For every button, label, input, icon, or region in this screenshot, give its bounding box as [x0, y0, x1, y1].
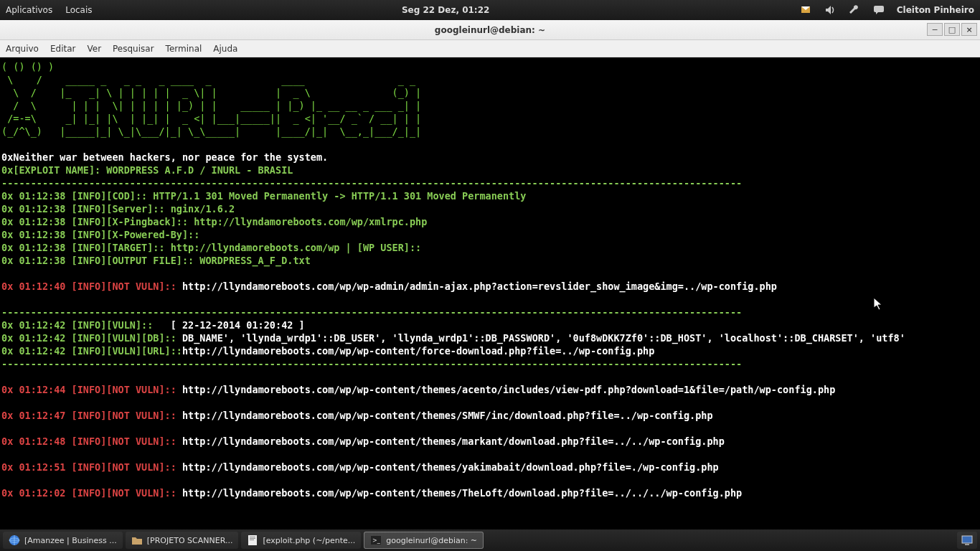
editor-icon — [247, 534, 258, 546]
menu-edit[interactable]: Editar — [50, 44, 76, 54]
task-browser[interactable]: [Amanzee | Business ... — [3, 532, 123, 549]
not-vuln-url: http://llyndamoreboots.com/wp/wp-content… — [182, 410, 713, 421]
menu-help[interactable]: Ajuda — [213, 44, 237, 54]
places-menu[interactable]: Locais — [65, 5, 92, 15]
folder-icon — [131, 534, 143, 546]
menu-file[interactable]: Arquivo — [6, 44, 39, 54]
task-terminal[interactable]: >_ googleinurl@debian: ~ — [364, 532, 484, 549]
svg-rect-8 — [250, 537, 255, 537]
close-button[interactable]: × — [961, 23, 977, 36]
menu-search[interactable]: Pesquisar — [113, 44, 154, 54]
svg-rect-15 — [965, 544, 969, 545]
info-pingback: 0x 01:12:38 [INFO][X-Pingback]:: http://… — [1, 216, 427, 227]
vuln-db: DB_NAME', 'llynda_wrdp1'::DB_USER', 'lly… — [182, 332, 905, 344]
not-vuln-prefix: 0x 01:12:47 [INFO][NOT VULN]:: — [1, 410, 182, 421]
divider: ----------------------------------------… — [1, 177, 742, 189]
not-vuln-url: http://llyndamoreboots.com/wp/wp-admin/a… — [182, 281, 777, 292]
vuln-db-prefix: 0x 01:12:42 [INFO][VULN][DB]:: — [1, 332, 182, 344]
volume-icon[interactable] — [824, 4, 837, 17]
menu-terminal[interactable]: Terminal — [166, 44, 202, 54]
applications-menu[interactable]: Aplicativos — [6, 5, 52, 15]
not-vuln-prefix: 0x 01:12:02 [INFO][NOT VULN]:: — [1, 487, 182, 499]
menu-view[interactable]: Ver — [87, 44, 101, 54]
not-vuln-url: http://llyndamoreboots.com/wp/wp-content… — [182, 461, 719, 473]
show-desktop[interactable] — [957, 532, 977, 549]
taskbar: [Amanzee | Business ... [PROJETO SCANNER… — [0, 529, 980, 551]
terminal-icon: >_ — [370, 534, 382, 546]
task-label: [PROJETO SCANNER... — [147, 536, 233, 545]
info-server: 0x 01:12:38 [INFO][Server]:: nginx/1.6.2 — [1, 203, 235, 215]
chat-icon[interactable] — [872, 4, 885, 17]
svg-rect-9 — [250, 538, 255, 539]
task-files[interactable]: [PROJETO SCANNER... — [126, 532, 239, 549]
maximize-button[interactable]: □ — [944, 23, 960, 36]
user-menu[interactable]: Cleiton Pinheiro — [897, 5, 974, 15]
info-cod: 0x 01:12:38 [INFO][COD]:: HTTP/1.1 301 M… — [1, 190, 527, 202]
divider: ----------------------------------------… — [1, 306, 742, 318]
not-vuln-prefix: 0x 01:12:44 [INFO][NOT VULN]:: — [1, 384, 182, 395]
window-titlebar[interactable]: googleinurl@debian: ~ ─ □ × — [0, 20, 980, 40]
not-vuln-prefix: 0x 01:12:48 [INFO][NOT VULN]:: — [1, 435, 182, 447]
vuln-url: http://llyndamoreboots.com/wp/wp-content… — [182, 345, 654, 357]
clock[interactable]: Seg 22 Dez, 01:22 — [93, 5, 799, 15]
not-vuln-prefix: 0x 01:12:51 [INFO][NOT VULN]:: — [1, 461, 182, 473]
task-label: [Amanzee | Business ... — [24, 536, 117, 545]
svg-rect-10 — [250, 540, 254, 540]
info-target: 0x 01:12:38 [INFO][TARGET]:: http://llyn… — [1, 242, 421, 253]
vuln-prefix: 0x 01:12:42 [INFO][VULN]:: — [1, 319, 171, 331]
task-editor[interactable]: [exploit.php (~/pente... — [241, 532, 361, 549]
window-title: googleinurl@debian: ~ — [435, 25, 545, 35]
info-output: 0x 01:12:38 [INFO][OUTPUT FILE]:: WORDPR… — [1, 255, 311, 266]
vuln-url-prefix: 0x 01:12:42 [INFO][VULN][URL]:: — [1, 345, 182, 357]
not-vuln-url: http://llyndamoreboots.com/wp/wp-content… — [182, 384, 835, 395]
svg-text:>_: >_ — [372, 537, 381, 544]
minimize-button[interactable]: ─ — [927, 23, 943, 36]
task-label: [exploit.php (~/pente... — [263, 536, 355, 545]
desktop-icon — [961, 534, 973, 546]
not-vuln-url: http://llyndamoreboots.com/wp/wp-content… — [182, 487, 742, 499]
vuln-time: [ 22-12-2014 01:20:42 ] — [171, 319, 305, 331]
update-icon[interactable] — [799, 4, 812, 17]
terminal-menu-bar: Arquivo Editar Ver Pesquisar Terminal Aj… — [0, 40, 980, 57]
globe-icon — [9, 534, 20, 546]
exploit-name: 0x[EXPLOIT NAME]: WORDPRESS A.F.D / INUR… — [1, 164, 293, 176]
wrench-icon[interactable] — [848, 4, 861, 17]
ascii-banner: ( () () ) \ / _____ _ _ _ _ ____ _ ____ … — [1, 61, 421, 137]
not-vuln-prefix: 0x 01:12:40 [INFO][NOT VULN]:: — [1, 281, 182, 292]
top-panel: Aplicativos Locais Seg 22 Dez, 01:22 Cle… — [0, 0, 980, 20]
slogan: 0xNeither war between hackers, nor peace… — [1, 151, 328, 163]
svg-rect-3 — [874, 6, 884, 12]
task-label: googleinurl@debian: ~ — [386, 536, 477, 545]
info-powered: 0x 01:12:38 [INFO][X-Powered-By]:: — [1, 229, 199, 240]
divider: ----------------------------------------… — [1, 358, 742, 369]
not-vuln-url: http://llyndamoreboots.com/wp/wp-content… — [182, 435, 725, 447]
terminal-output[interactable]: ( () () ) \ / _____ _ _ _ _ ____ _ ____ … — [0, 57, 980, 527]
svg-rect-13 — [962, 536, 972, 543]
svg-marker-2 — [826, 6, 831, 14]
